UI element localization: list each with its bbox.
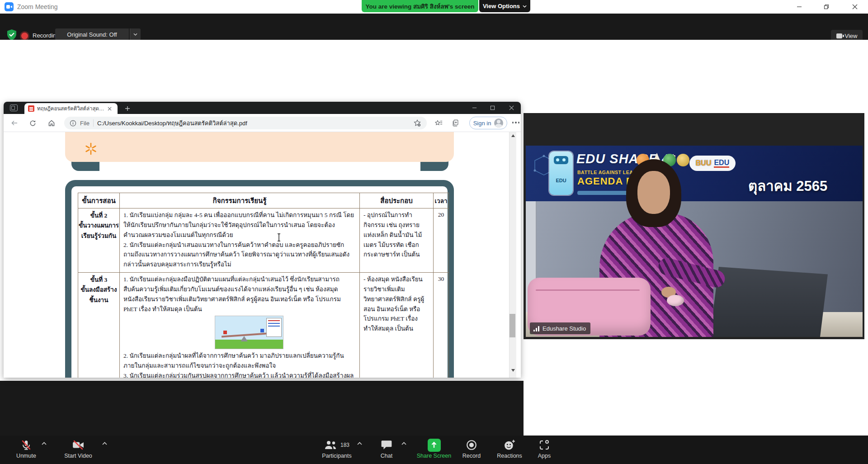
activity-item: 1. นักเรียนแต่ละกลุ่มลงมือปฏิบัติตามแผนท… <box>123 275 355 314</box>
video-frame: EDU EDU SHARE 4th BATTLE AGAINST LEARNIN… <box>526 146 863 337</box>
new-tab-button[interactable] <box>123 104 132 113</box>
file-scheme-label: File <box>80 120 90 127</box>
buu-edu-logo: BUU EDU <box>689 156 736 171</box>
collections-icon[interactable] <box>450 118 461 128</box>
restore-window-button[interactable] <box>816 0 837 14</box>
original-sound-dropdown[interactable] <box>130 28 141 40</box>
start-video-button[interactable]: Start Video <box>53 438 103 462</box>
view-options-button[interactable]: View Options <box>479 0 530 12</box>
activity-item: 1. นักเรียนแบ่งกลุ่ม กลุ่มละ 4-5 คน เพื่… <box>123 210 355 240</box>
stage-name: ขั้นลงมือสร้างชิ้นงาน <box>78 285 119 305</box>
buu-logo-text: BUU <box>696 159 712 167</box>
tab-title: ทฤษฎีคอนสตรัคติวิสต์ล่าสุด.pdf <box>37 104 105 113</box>
record-label: Record <box>456 453 487 459</box>
chat-options-chevron[interactable] <box>401 442 406 445</box>
tab-overview-icon[interactable] <box>10 104 18 111</box>
column-header-time: เวลา <box>434 193 449 208</box>
pdf-scrollbar[interactable] <box>509 132 516 378</box>
apps-button[interactable]: Apps <box>530 438 559 462</box>
reactions-button[interactable]: Reactions <box>491 438 528 462</box>
original-sound-button[interactable]: Original Sound: Off <box>55 28 129 40</box>
edu-logo-text: EDU <box>714 159 729 168</box>
participants-label: Participants <box>312 453 362 459</box>
table-row-activities: 1. นักเรียนแต่ละกลุ่มลงมือปฏิบัติตามแผนท… <box>120 273 360 378</box>
layout-icon <box>836 33 842 38</box>
text-cursor <box>277 233 281 241</box>
participants-button[interactable]: 183 Participants <box>312 438 362 462</box>
banner-date: ตุลาคม 2565 <box>748 175 827 197</box>
partner-logo-gold <box>677 154 689 166</box>
share-letterbox <box>0 381 524 436</box>
encryption-shield-icon[interactable] <box>6 29 17 41</box>
pdf-file-icon <box>28 105 34 112</box>
column-header-media: สื่อประกอบ <box>360 193 434 208</box>
home-icon[interactable] <box>46 118 57 128</box>
meeting-toolbar: Recording Original Sound: Off View <box>0 14 868 40</box>
refresh-icon[interactable] <box>27 118 38 128</box>
chat-icon <box>381 440 392 450</box>
window-title-bar: Zoom Meeting You are viewing สมศิริ สิงห… <box>0 0 868 14</box>
view-label: View <box>845 33 858 39</box>
zoom-meeting-window: Zoom Meeting You are viewing สมศิริ สิงห… <box>0 0 868 464</box>
edu-mascot-logo: EDU <box>549 152 573 195</box>
unmute-options-chevron[interactable] <box>42 442 47 445</box>
browser-tab-strip: ทฤษฎีคอนสตรัคติวิสต์ล่าสุด.pdf <box>4 102 521 114</box>
apps-icon <box>539 440 550 450</box>
stage-number: ขั้นที่ 2 <box>78 211 119 221</box>
address-field[interactable]: File C:/Users/Kookkai/Desktop/ทฤษฎีคอนสต… <box>64 117 427 129</box>
close-window-button[interactable] <box>844 0 865 14</box>
speaker-video-tile[interactable]: EDU EDU SHARE 4th BATTLE AGAINST LEARNIN… <box>524 113 864 339</box>
browser-window: ทฤษฎีคอนสตรัคติวิสต์ล่าสุด.pdf File C:/U… <box>4 102 521 378</box>
browser-maximize-button[interactable] <box>484 102 501 114</box>
profile-avatar-icon <box>494 118 503 128</box>
microphone-muted-icon <box>20 439 32 451</box>
mascot-label: EDU <box>549 178 573 183</box>
participants-options-chevron[interactable] <box>357 442 362 445</box>
add-favorite-icon[interactable] <box>413 119 421 127</box>
share-screen-label: Share Screen <box>409 453 459 459</box>
record-icon <box>466 439 477 451</box>
window-title: Zoom Meeting <box>17 3 57 10</box>
computer-mouse <box>667 295 684 306</box>
table-row-stage: ขั้นที่ 3 ขั้นลงมือสร้างชิ้นงาน <box>78 273 120 378</box>
stage-number: ขั้นที่ 3 <box>78 275 119 285</box>
favorites-bar-icon[interactable] <box>433 118 444 128</box>
column-header-stage: ขั้นการสอน <box>78 193 120 208</box>
table-row-activities: 1. นักเรียนแบ่งกลุ่ม กลุ่มละ 4-5 คน เพื่… <box>120 208 360 273</box>
back-icon[interactable] <box>9 118 20 128</box>
share-screen-button[interactable]: Share Screen <box>409 438 459 462</box>
chat-label: Chat <box>371 453 402 459</box>
browser-tab[interactable]: ทฤษฎีคอนสตรัคติวิสต์ล่าสุด.pdf <box>24 103 118 114</box>
view-options-label: View Options <box>483 3 520 9</box>
screen-viewing-banner: You are viewing สมศิริ สิงห์ลพ's screen <box>362 0 478 12</box>
start-video-label: Start Video <box>53 453 103 459</box>
browser-menu-icon[interactable] <box>511 121 521 124</box>
sign-in-label: Sign in <box>473 120 491 127</box>
participant-name-tag: Edushare Studio <box>530 322 590 334</box>
audio-level-icon <box>533 326 539 331</box>
pdf-viewer: ขั้นการสอน กิจกรรมการเรียนรู้ สื่อประกอบ… <box>4 132 521 378</box>
browser-minimize-button[interactable] <box>466 102 483 114</box>
table-row-time: 20 <box>434 208 449 273</box>
share-screen-icon <box>428 439 441 452</box>
video-options-chevron[interactable] <box>102 442 107 445</box>
scroll-down-icon[interactable] <box>511 369 515 372</box>
unmute-button[interactable]: Unmute <box>7 438 45 462</box>
edu-share-banner: EDU EDU SHARE 4th BATTLE AGAINST LEARNIN… <box>526 146 863 201</box>
tab-close-icon[interactable] <box>108 104 112 113</box>
chevron-down-icon <box>523 5 527 8</box>
chat-button[interactable]: Chat <box>371 438 402 462</box>
presenter-face <box>637 171 670 214</box>
table-row-time: 30 <box>434 273 449 378</box>
url-separator <box>93 119 94 127</box>
minimize-window-button[interactable] <box>789 0 810 14</box>
sign-in-button[interactable]: Sign in <box>469 117 507 129</box>
info-icon[interactable] <box>70 120 76 127</box>
record-button[interactable]: Record <box>456 438 487 462</box>
lesson-plan-table: ขั้นการสอน กิจกรรมการเรียนรู้ สื่อประกอบ… <box>78 193 449 378</box>
browser-close-button[interactable] <box>503 102 520 114</box>
participants-icon <box>324 440 338 450</box>
scroll-up-icon[interactable] <box>511 134 515 137</box>
activity-item: 2. นักเรียนแต่ละกลุ่มนำเสนอแนวทางในการค้… <box>123 240 355 270</box>
pdf-scrollbar-thumb[interactable] <box>509 314 515 337</box>
